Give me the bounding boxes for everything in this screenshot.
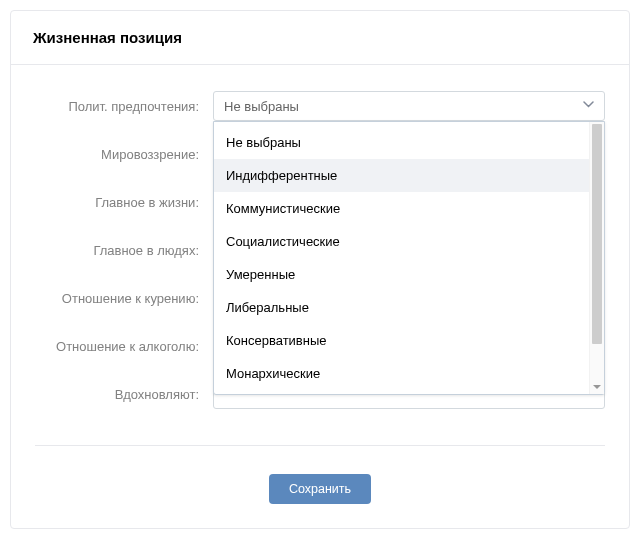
dropdown-item[interactable]: Не выбраны (214, 126, 589, 159)
actions-bar: Сохранить (35, 445, 605, 528)
label-main-people: Главное в людях: (35, 243, 213, 258)
row-political: Полит. предпочтения: Не выбраны Не выбра… (35, 91, 605, 121)
life-position-panel: Жизненная позиция Полит. предпочтения: Н… (10, 10, 630, 529)
label-smoking: Отношение к курению: (35, 291, 213, 306)
scrollbar-thumb[interactable] (592, 124, 602, 344)
dropdown-item[interactable]: Умеренные (214, 258, 589, 291)
panel-body: Полит. предпочтения: Не выбраны Не выбра… (11, 65, 629, 445)
dropdown-item[interactable]: Либеральные (214, 291, 589, 324)
label-political: Полит. предпочтения: (35, 99, 213, 114)
dropdown-item[interactable]: Индифферентные (214, 159, 589, 192)
political-selected-value: Не выбраны (224, 99, 299, 114)
political-dropdown-list: Не выбраны Индифферентные Коммунистическ… (214, 122, 589, 394)
chevron-down-icon (583, 101, 594, 112)
label-main-life: Главное в жизни: (35, 195, 213, 210)
label-alcohol: Отношение к алкоголю: (35, 339, 213, 354)
political-select[interactable]: Не выбраны (213, 91, 605, 121)
dropdown-item[interactable]: Коммунистические (214, 192, 589, 225)
dropdown-item[interactable]: Монархические (214, 357, 589, 390)
label-inspire: Вдохновляют: (35, 387, 213, 402)
label-worldview: Мировоззрение: (35, 147, 213, 162)
scroll-down-icon[interactable] (590, 380, 604, 394)
dropdown-item[interactable]: Социалистические (214, 225, 589, 258)
control-political: Не выбраны Не выбраны Индифферентные Ком… (213, 91, 605, 121)
save-button[interactable]: Сохранить (269, 474, 371, 504)
panel-header: Жизненная позиция (11, 11, 629, 65)
dropdown-scrollbar[interactable] (589, 122, 604, 394)
dropdown-item[interactable]: Консервативные (214, 324, 589, 357)
political-dropdown: Не выбраны Индифферентные Коммунистическ… (213, 121, 605, 395)
panel-title: Жизненная позиция (33, 29, 607, 46)
